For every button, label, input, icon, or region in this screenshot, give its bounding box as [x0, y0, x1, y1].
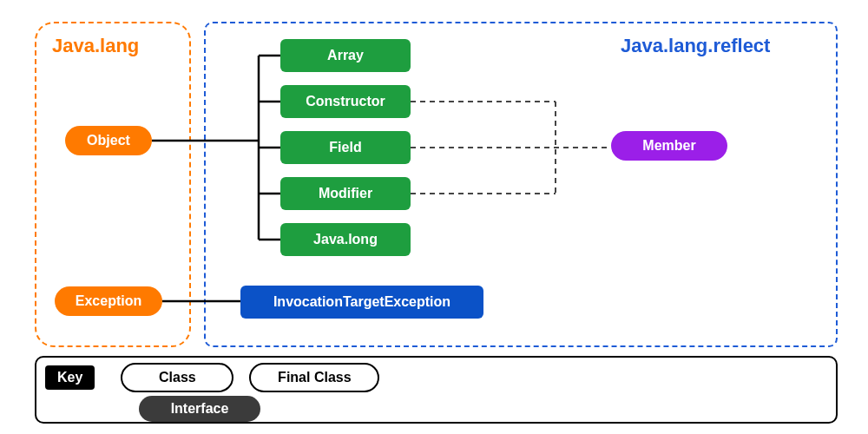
modifier-node: Modifier	[280, 177, 411, 210]
javalong-node: Java.long	[280, 223, 411, 256]
legend-row-1: Key Class Final Class	[45, 363, 827, 392]
legend-key-chip: Key	[45, 365, 95, 390]
legend-interface-pill: Interface	[139, 396, 260, 422]
field-node: Field	[280, 131, 411, 164]
invocation-target-exception-node: InvocationTargetException	[240, 286, 483, 319]
legend-row-2: Interface	[139, 396, 827, 422]
legend-box: Key Class Final Class Interface	[35, 356, 838, 424]
legend-final-class-pill: Final Class	[249, 363, 379, 392]
exception-node: Exception	[55, 286, 162, 316]
left-panel-title: Java.lang	[52, 35, 139, 57]
right-panel-title: Java.lang.reflect	[621, 35, 634, 57]
array-node: Array	[280, 39, 411, 72]
member-interface-node: Member	[611, 131, 727, 161]
object-node: Object	[65, 126, 152, 155]
constructor-node: Constructor	[280, 85, 411, 118]
legend-class-pill: Class	[121, 363, 233, 392]
diagram-root: Java.lang Java.lang.reflect Object Excep…	[17, 17, 851, 417]
